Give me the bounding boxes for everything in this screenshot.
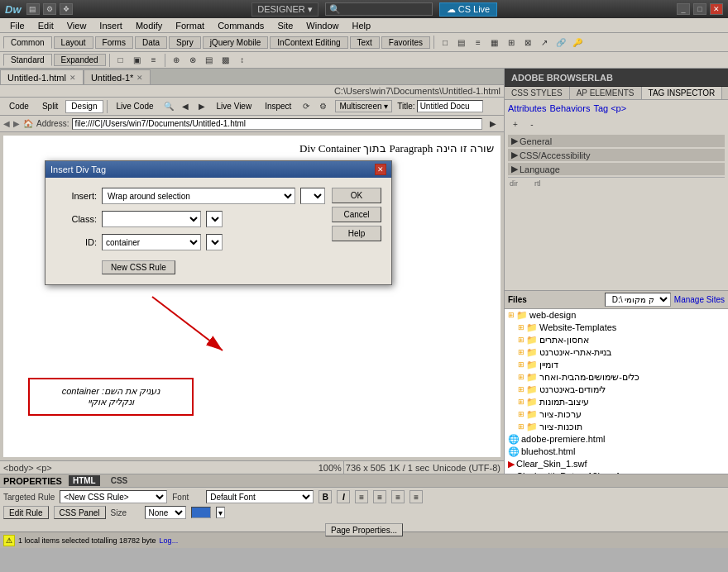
app-menu-icon[interactable]: ▤ bbox=[26, 3, 40, 15]
align-center-button[interactable]: ≡ bbox=[373, 490, 386, 503]
targeted-rule-select[interactable]: <New CSS Rule> bbox=[60, 490, 167, 503]
live-view-btn[interactable]: Live View bbox=[211, 100, 258, 113]
align-justify-button[interactable]: ≡ bbox=[410, 490, 423, 503]
list-item[interactable]: ⊞ 📁 Website-Templates bbox=[505, 322, 728, 334]
behaviors-tab[interactable]: Behaviors bbox=[549, 103, 590, 113]
id-dropdown[interactable] bbox=[206, 234, 223, 250]
menu-help[interactable]: Help bbox=[345, 20, 377, 31]
page-title-input[interactable]: Untitled Docu bbox=[417, 100, 483, 112]
insert-icon1[interactable]: □ bbox=[438, 35, 453, 50]
cancel-button[interactable]: Cancel bbox=[332, 207, 381, 222]
doc-tab-1[interactable]: Untitled-1.html ✕ bbox=[0, 69, 84, 84]
menu-file[interactable]: File bbox=[3, 20, 31, 31]
tab-layout[interactable]: Layout bbox=[54, 36, 93, 49]
extra-icon[interactable]: ❖ bbox=[60, 3, 73, 15]
size-unit-select[interactable]: ▾ bbox=[216, 507, 225, 518]
new-css-rule-button[interactable]: New CSS Rule bbox=[102, 260, 175, 274]
nav-icon1[interactable]: ◀ bbox=[178, 99, 193, 114]
view-standard[interactable]: Standard bbox=[3, 54, 52, 66]
menu-window[interactable]: Window bbox=[299, 20, 345, 31]
menu-edit[interactable]: Edit bbox=[31, 20, 60, 31]
std-btn2[interactable]: ▣ bbox=[130, 53, 145, 68]
list-item[interactable]: ⊞ 📁 עיצוב-תמונות bbox=[505, 396, 728, 408]
tab-favorites[interactable]: Favorites bbox=[381, 36, 430, 49]
menu-insert[interactable]: Insert bbox=[93, 20, 129, 31]
list-item[interactable]: 🌐 bluehost.html bbox=[505, 446, 728, 458]
split-view-btn[interactable]: Split bbox=[36, 100, 64, 113]
address-input[interactable] bbox=[72, 118, 482, 130]
inspector-icon1[interactable]: + bbox=[508, 117, 523, 131]
std-btn6[interactable]: ▤ bbox=[202, 53, 217, 68]
help-button[interactable]: Help bbox=[332, 226, 381, 241]
std-btn7[interactable]: ▩ bbox=[218, 53, 233, 68]
list-item[interactable]: 🌐 adobe-premiere.html bbox=[505, 433, 728, 446]
general-section-header[interactable]: ▶ General bbox=[508, 135, 725, 147]
class-select[interactable] bbox=[102, 211, 201, 227]
std-btn3[interactable]: ≡ bbox=[146, 53, 161, 68]
back-btn[interactable]: ◀ bbox=[3, 119, 10, 128]
tag-tab[interactable]: Tag <p> bbox=[593, 103, 626, 113]
manage-sites-link[interactable]: Manage Sites bbox=[674, 295, 725, 304]
view-expanded[interactable]: Expanded bbox=[54, 54, 106, 66]
list-item[interactable]: ⊞ 📁 דומיין bbox=[505, 359, 728, 371]
std-btn4[interactable]: ⊕ bbox=[169, 53, 184, 68]
insert-icon6[interactable]: ⊠ bbox=[520, 35, 535, 50]
search-bar[interactable]: 🔍 bbox=[325, 2, 433, 16]
std-btn8[interactable]: ↕ bbox=[235, 53, 250, 68]
minimize-button[interactable]: _ bbox=[677, 3, 690, 15]
list-item[interactable]: ⊞ 📁 בניית-אתרי-אינטרנט bbox=[505, 346, 728, 359]
go-btn[interactable]: ▶ bbox=[486, 117, 500, 131]
doc-tab-2-close[interactable]: ✕ bbox=[136, 74, 143, 82]
inspector-icon2[interactable]: - bbox=[524, 117, 539, 131]
list-item[interactable]: ▶ Clock with Date - 12h.swf bbox=[505, 470, 728, 474]
settings-icon[interactable]: ⚙ bbox=[43, 3, 56, 15]
ap-elements-tab[interactable]: AP ELEMENTS bbox=[570, 87, 642, 99]
refresh-icon[interactable]: ⟳ bbox=[299, 99, 314, 114]
doc-tab-2[interactable]: Untitled-1* ✕ bbox=[84, 69, 151, 84]
list-item[interactable]: ⊞ 📁 תוכנות-ציור bbox=[505, 421, 728, 433]
tab-incontext[interactable]: InContext Editing bbox=[270, 36, 347, 49]
css-badge[interactable]: CSS bbox=[107, 475, 132, 486]
menu-commands[interactable]: Commands bbox=[211, 20, 271, 31]
insert-icon5[interactable]: ⊞ bbox=[504, 35, 519, 50]
designer-badge[interactable]: DESIGNER ▾ bbox=[251, 2, 318, 17]
inspect-btn[interactable]: Inspect bbox=[259, 100, 297, 113]
insert-icon8[interactable]: 🔗 bbox=[553, 35, 568, 50]
home-btn[interactable]: 🏠 bbox=[23, 119, 33, 128]
attributes-tab[interactable]: Attributes bbox=[508, 103, 546, 113]
drive-select[interactable]: D:\ דיסק מקומי bbox=[605, 293, 671, 307]
page-properties-button[interactable]: Page Properties... bbox=[325, 523, 403, 536]
design-view-btn[interactable]: Design bbox=[65, 100, 103, 113]
inspect-icon[interactable]: 🔍 bbox=[161, 99, 176, 114]
settings-icon[interactable]: ⚙ bbox=[315, 99, 330, 114]
menu-view[interactable]: View bbox=[60, 20, 93, 31]
list-item[interactable]: ▶ Clear_Skin_1.swf bbox=[505, 458, 728, 470]
tab-jquery[interactable]: jQuery Mobile bbox=[203, 36, 269, 49]
list-item[interactable]: ⊞ 📁 לימודים-באינטרנט bbox=[505, 384, 728, 396]
css-styles-tab[interactable]: CSS STYLES bbox=[505, 87, 570, 99]
font-select[interactable]: Default Font bbox=[206, 490, 314, 503]
tab-spry[interactable]: Spry bbox=[169, 36, 201, 49]
language-section-header[interactable]: ▶ Language bbox=[508, 163, 725, 175]
insert-icon2[interactable]: ▤ bbox=[454, 35, 469, 50]
css-panel-button[interactable]: CSS Panel bbox=[54, 506, 106, 519]
insert-icon9[interactable]: 🔑 bbox=[570, 35, 585, 50]
list-item[interactable]: ⊞ 📁 web-design bbox=[505, 309, 728, 322]
insert-icon7[interactable]: ↗ bbox=[537, 35, 552, 50]
html-badge[interactable]: HTML bbox=[69, 475, 100, 486]
tab-common[interactable]: Common bbox=[3, 36, 52, 49]
tab-text[interactable]: Text bbox=[350, 36, 380, 49]
live-code-btn[interactable]: Live Code bbox=[111, 100, 160, 113]
ok-button[interactable]: OK bbox=[332, 188, 381, 203]
class-dropdown[interactable] bbox=[206, 211, 223, 227]
tab-data[interactable]: Data bbox=[135, 36, 167, 49]
maximize-button[interactable]: □ bbox=[693, 3, 706, 15]
list-item[interactable]: ⊞ 📁 כלים-שימושים-מהבית-ואחר bbox=[505, 371, 728, 384]
insert-icon4[interactable]: ▦ bbox=[487, 35, 502, 50]
italic-button[interactable]: I bbox=[337, 490, 350, 503]
code-view-btn[interactable]: Code bbox=[3, 100, 35, 113]
cslive-button[interactable]: ☁ CS Live bbox=[439, 2, 498, 17]
id-select[interactable]: container bbox=[102, 234, 201, 250]
std-btn1[interactable]: □ bbox=[113, 53, 128, 68]
dialog-close-button[interactable]: ✕ bbox=[375, 164, 386, 175]
